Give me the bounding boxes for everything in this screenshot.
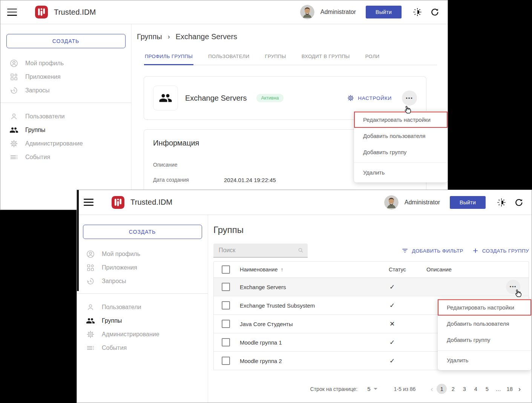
chevron-down-icon [374,388,377,390]
create-button[interactable]: СОЗДАТЬ [83,225,202,239]
scrollbar-thumb[interactable] [77,190,79,291]
menu-item-edit-settings[interactable]: Редактировать настройки [438,299,531,316]
row-more-actions-button[interactable]: ••• [506,280,520,294]
sidebar-item-label: Приложения [102,264,137,271]
sidebar-item-groups[interactable]: Группы [0,123,131,137]
sort-asc-icon[interactable]: ↑ [281,267,284,273]
menu-item-delete[interactable]: Удалить [438,351,531,368]
sidebar-item-label: Администрирование [25,140,83,147]
status-cross-icon: ✕ [389,320,426,328]
refresh-icon[interactable] [514,198,523,207]
settings-button[interactable]: НАСТРОЙКИ [347,94,392,102]
avatar[interactable] [300,5,314,19]
page-button-2[interactable]: 2 [448,384,458,394]
tab-group-profile[interactable]: ПРОФИЛЬ ГРУППЫ [144,51,193,65]
group-tabs: ПРОФИЛЬ ГРУППЫ ПОЛЬЗОВАТЕЛИ ГРУППЫ ВХОДИ… [144,51,437,65]
tab-groups[interactable]: ГРУППЫ [264,51,287,65]
person-icon [9,112,18,121]
next-page-button[interactable]: › [515,385,524,393]
column-description[interactable]: Описание [426,267,529,273]
row-checkbox[interactable] [222,283,230,291]
sidebar-item-my-profile[interactable]: Мой профиль [0,57,131,70]
page-button-1[interactable]: 1 [437,384,447,394]
sidebar-item-administration[interactable]: Администрирование [77,328,208,341]
table-header-row: Наименование ↑ Статус Описание [214,262,529,278]
sidebar-item-requests[interactable]: Запросы [0,84,131,97]
sidebar-item-applications[interactable]: Приложения [77,261,208,274]
tab-roles[interactable]: РОЛИ [365,51,380,65]
row-name: Moodle группа 2 [235,358,389,364]
menu-item-edit-settings[interactable]: Редактировать настройки [354,112,448,128]
gear-icon [86,330,95,339]
history-icon [86,277,95,286]
menu-item-add-user[interactable]: Добавить пользователя [438,316,531,332]
sidebar-item-my-profile[interactable]: Мой профиль [77,247,208,261]
theme-toggle-icon[interactable] [497,198,506,207]
sidebar-item-users[interactable]: Пользователи [77,300,208,314]
column-name[interactable]: Наименование [240,267,278,273]
settings-label: НАСТРОЙКИ [358,95,392,101]
rows-per-page-select[interactable]: 5 [357,386,377,392]
refresh-icon[interactable] [430,8,439,17]
rows-per-page-label: Строк на странице: [310,386,358,392]
tab-member-of-groups[interactable]: ВХОДИТ В ГРУППЫ [301,51,351,65]
create-button[interactable]: СОЗДАТЬ [6,34,126,48]
create-group-button[interactable]: СОЗДАТЬ ГРУППУ [472,247,529,254]
add-filter-button[interactable]: ДОБАВИТЬ ФИЛЬТР [401,247,463,254]
gear-icon [347,94,354,102]
page-button-3[interactable]: 3 [459,384,469,394]
apps-icon [86,263,95,272]
window-groups-list: Trusted.IDM Administrator Выйти [77,190,532,403]
group-avatar-tile [153,86,178,110]
tab-users[interactable]: ПОЛЬЗОВАТЕЛИ [207,51,250,65]
sidebar-item-users[interactable]: Пользователи [0,110,131,123]
history-icon [9,86,18,95]
sidebar-item-groups[interactable]: Группы [77,314,208,328]
breadcrumb-groups-link[interactable]: Группы [137,32,162,41]
sidebar-item-label: Группы [102,317,122,324]
column-status[interactable]: Статус [389,267,426,273]
account-circle-icon [9,59,18,68]
search-field[interactable] [213,244,308,257]
select-all-checkbox[interactable] [222,265,230,274]
status-check-icon: ✓ [389,357,426,365]
menu-item-add-group[interactable]: Добавить группу [438,332,531,348]
logout-button[interactable]: Выйти [450,196,486,209]
row-checkbox[interactable] [222,301,230,310]
page-button-18[interactable]: 18 [504,384,515,394]
row-checkbox[interactable] [222,320,230,328]
page-button-4[interactable]: 4 [471,384,481,394]
group-title: Exchange Servers [185,94,247,103]
pagination: Строк на странице: 5 1-5 из 86 ‹ 1 2 3 4… [213,384,529,394]
avatar[interactable] [384,195,399,210]
brand-title: Trusted.IDM [130,198,172,207]
menu-item-delete[interactable]: Удалить [354,164,448,180]
menu-item-add-group[interactable]: Добавить группу [354,144,448,160]
logout-button[interactable]: Выйти [366,6,402,18]
table-toolbar: ДОБАВИТЬ ФИЛЬТР СОЗДАТЬ ГРУППУ [213,244,529,257]
theme-toggle-icon[interactable] [413,8,422,17]
search-input[interactable] [218,247,297,254]
row-checkbox[interactable] [222,338,230,346]
menu-hamburger-icon[interactable] [84,199,94,206]
prev-page-button[interactable]: ‹ [428,385,436,393]
row-checkbox[interactable] [222,357,230,365]
sidebar-item-events[interactable]: События [77,341,208,355]
plus-icon [472,247,479,254]
more-actions-button[interactable]: ••• [402,90,417,106]
sidebar-item-administration[interactable]: Администрирование [0,137,131,150]
sidebar-item-applications[interactable]: Приложения [0,70,131,84]
list-icon [86,343,95,352]
row-name: Moodle группа 1 [235,339,389,346]
row-name: Exchange Trusted Subsystem [235,302,389,309]
menu-item-add-user[interactable]: Добавить пользователя [354,128,448,144]
page-button-5[interactable]: 5 [482,384,492,394]
sidebar-item-label: Пользователи [102,304,141,311]
sidebar-item-requests[interactable]: Запросы [77,274,208,288]
menu-hamburger-icon[interactable] [7,9,17,16]
sidebar-item-events[interactable]: События [0,150,131,164]
field-label: Описание [153,162,224,168]
sidebar-item-label: События [102,345,127,351]
context-menu: Редактировать настройки Добавить пользов… [438,299,531,370]
table-row[interactable]: Exchange Servers ✓ ••• [214,278,529,296]
